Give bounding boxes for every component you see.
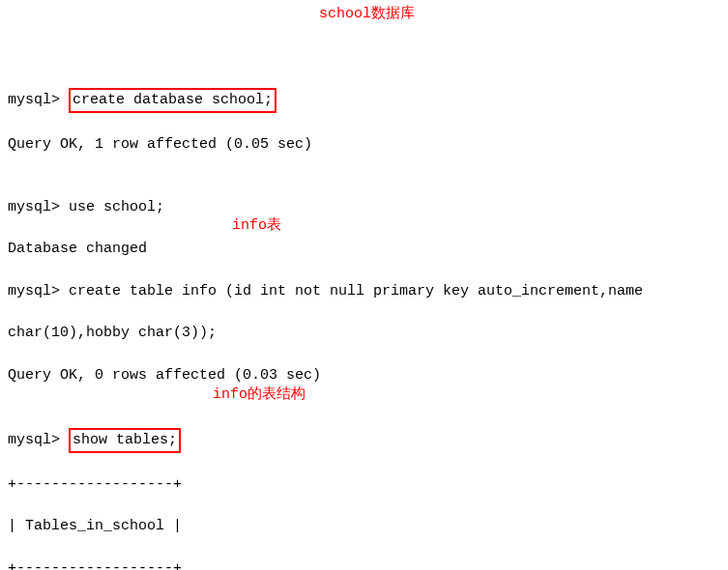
terminal-line: | Tables_in_school | [8,516,720,537]
terminal-line: Query OK, 1 row affected (0.05 sec) [8,134,720,156]
annotation-school-db: school数据库 [319,4,415,25]
terminal-line: char(10),hobby char(3)); [8,323,720,344]
mysql-prompt: mysql> [8,92,69,108]
annotation-info-table: info表 [232,215,281,237]
terminal-line: mysql> use school; [8,197,720,218]
cmd-create-database: create database school; [69,88,277,113]
terminal-line: mysql> create table info (id int not nul… [8,281,720,302]
terminal-line: mysql> show tables; [8,428,720,453]
mysql-prompt: mysql> [8,432,69,448]
cmd-show-tables: show tables; [69,428,181,453]
terminal-line: Database changed [8,239,720,260]
terminal-line: mysql> create database school; [8,88,720,113]
terminal-line: +------------------+ [8,558,720,571]
terminal-line: Query OK, 0 rows affected (0.03 sec) [8,365,720,386]
terminal-line: +------------------+ [8,474,720,496]
annotation-info-structure: info的表结构 [213,385,306,406]
